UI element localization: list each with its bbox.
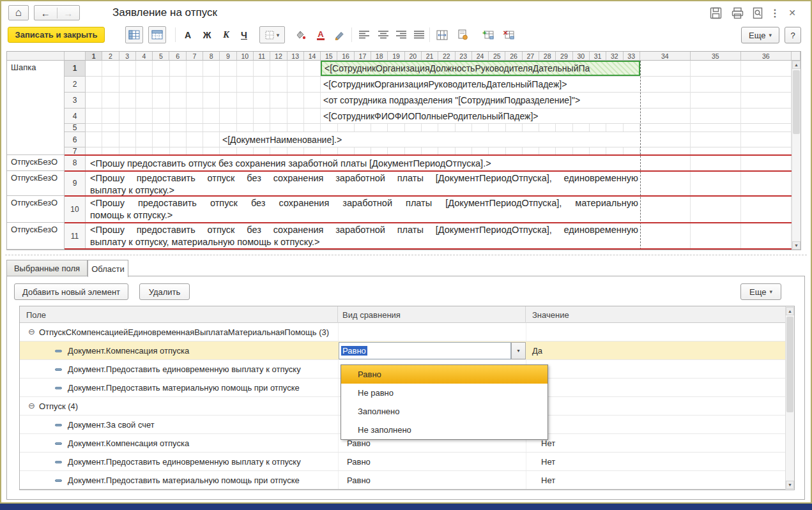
column-header[interactable]: 15 (321, 52, 337, 61)
italic-button[interactable]: К (217, 26, 235, 43)
column-header[interactable]: 14 (304, 52, 321, 61)
column-header[interactable]: 33 (624, 52, 640, 61)
region-label[interactable]: ОтпускБезО (7, 196, 65, 223)
column-header[interactable]: 32 (606, 52, 623, 61)
font-button[interactable]: А (179, 26, 197, 43)
show-grid-toggle[interactable] (148, 26, 166, 43)
close-icon[interactable]: ✕ (786, 6, 799, 20)
sheet-row-4[interactable]: <[СотрудникФИОФИОПолныеРодительныйПадеж]… (86, 109, 792, 124)
column-header[interactable]: 34 (640, 52, 691, 61)
home-button[interactable]: ⌂ (8, 5, 29, 20)
value-cell[interactable]: Нет (541, 457, 555, 467)
column-header[interactable]: 30 (573, 52, 590, 61)
bold-button[interactable]: Ж (198, 26, 216, 43)
template-cell[interactable]: <от сотрудника подразделения "[Сотрудник… (321, 93, 640, 108)
sheet-row-8[interactable]: <Прошу предоставить отпуск без сохранени… (86, 155, 792, 171)
tab-areas[interactable]: Области (88, 260, 128, 277)
group-row[interactable]: ⊖ ОтпускСКомпенсациейЕдиновременнаяВыпла… (20, 323, 785, 341)
template-cell[interactable]: <[СотрудникОрганизацияРуководительДатель… (321, 77, 640, 92)
row-number[interactable]: 4 (65, 109, 86, 124)
value-cell[interactable]: Нет (541, 476, 555, 485)
column-header[interactable]: 35 (691, 52, 741, 61)
template-cell[interactable]: <[ДокументНаименование].> (220, 132, 640, 147)
column-header[interactable]: 12 (270, 52, 287, 61)
forward-icon[interactable]: → (57, 8, 80, 19)
row-number[interactable]: 11 (65, 223, 86, 250)
column-header[interactable]: 24 (472, 52, 489, 61)
collapse-icon[interactable]: ⊖ (28, 327, 35, 336)
column-header[interactable]: 29 (556, 52, 572, 61)
panel-more-button[interactable]: Еще▾ (740, 283, 781, 300)
sheet-row-6[interactable]: <[ДокументНаименование].> (86, 132, 792, 147)
table-row-selected[interactable]: Документ.Компенсация отпуска Равно ▾ Да (20, 341, 785, 360)
column-header[interactable]: 11 (254, 52, 270, 61)
column-header[interactable]: 1 (86, 52, 102, 61)
column-header[interactable]: 23 (456, 52, 472, 61)
column-width-button[interactable] (433, 26, 451, 43)
tab-selected-fields[interactable]: Выбранные поля (6, 260, 88, 276)
row-number[interactable]: 5 (65, 124, 86, 132)
highlight-button[interactable] (331, 26, 349, 43)
column-header-compare[interactable]: Вид сравнения (338, 306, 526, 323)
scroll-thumb[interactable] (786, 317, 793, 412)
sheet-row-1[interactable]: <[СотрудникОрганизацияДолжностьРуководит… (86, 61, 792, 77)
scroll-up-icon[interactable]: ▲ (792, 61, 801, 69)
column-header[interactable]: 17 (355, 52, 371, 61)
row-number[interactable]: 9 (65, 171, 86, 196)
scroll-thumb[interactable] (793, 70, 800, 134)
column-header[interactable]: 25 (489, 52, 505, 61)
column-header[interactable]: 3 (119, 52, 136, 61)
template-cell[interactable]: <Прошу предоставить отпуск без сохранени… (86, 155, 640, 170)
template-cell[interactable]: <Прошу предоставить отпуск без сохранени… (86, 171, 640, 195)
column-header[interactable]: 18 (371, 52, 388, 61)
sheet-vertical-scrollbar[interactable]: ▲ ▼ (792, 61, 801, 250)
add-area-button[interactable]: + (479, 26, 497, 43)
save-and-close-button[interactable]: Записать и закрыть (8, 27, 105, 43)
align-justify-button[interactable] (410, 26, 428, 43)
column-header[interactable]: 36 (741, 52, 792, 61)
column-header[interactable]: 2 (102, 52, 119, 61)
column-header[interactable]: 27 (523, 52, 539, 61)
scroll-down-icon[interactable]: ▼ (786, 481, 794, 489)
compare-cell[interactable]: Равно (347, 439, 371, 448)
column-header[interactable]: 31 (590, 52, 606, 61)
value-cell[interactable]: Нет (541, 439, 555, 448)
column-header[interactable]: 7 (187, 52, 203, 61)
sheet-row-2[interactable]: <[СотрудникОрганизацияРуководительДатель… (86, 77, 792, 93)
column-header[interactable]: 5 (153, 52, 169, 61)
column-header[interactable]: 20 (405, 52, 422, 61)
delete-area-button[interactable]: ✕ (500, 26, 517, 43)
print-icon[interactable] (730, 6, 745, 20)
template-cell[interactable]: <[СотрудникФИОФИОПолныеРодительныйПадеж]… (321, 109, 640, 123)
column-header[interactable]: 22 (438, 52, 455, 61)
delete-button[interactable]: Удалить (139, 283, 190, 300)
spreadsheet-editor[interactable]: 1 2 3 4 5 6 7 8 9 10 11 12 13 14 15 16 1… (6, 51, 801, 250)
show-headers-toggle[interactable] (125, 26, 143, 43)
name-assign-button[interactable] (454, 26, 471, 43)
back-icon[interactable]: ← (34, 8, 57, 19)
text-color-button[interactable]: А (312, 26, 330, 43)
sheet-row-10[interactable]: <Прошу предоставить отпуск без сохранени… (86, 196, 792, 223)
region-label[interactable]: ОтпускБезО (7, 171, 65, 196)
column-header[interactable]: 16 (337, 52, 354, 61)
collapse-icon[interactable]: ⊖ (28, 401, 35, 410)
sheet-row-11[interactable]: <Прошу предоставить отпуск без сохранени… (86, 223, 792, 250)
scroll-up-icon[interactable]: ▲ (786, 307, 794, 315)
column-header[interactable]: 21 (422, 52, 438, 61)
column-header[interactable]: 6 (169, 52, 186, 61)
row-number[interactable]: 10 (65, 196, 86, 223)
row-number[interactable]: 2 (65, 77, 86, 93)
column-header[interactable]: 9 (220, 52, 236, 61)
print-preview-icon[interactable] (750, 6, 765, 20)
region-name-column[interactable]: Шапка ОтпускБезО ОтпускБезО ОтпускБезО О… (7, 61, 65, 250)
column-header-field[interactable]: Поле (20, 306, 338, 323)
compare-cell[interactable]: Равно (347, 457, 371, 467)
table-row[interactable]: Документ.Предоставить материальную помощ… (20, 471, 785, 490)
align-right-button[interactable] (392, 26, 410, 43)
table-row[interactable]: Документ.Предоставить единовременную вып… (20, 453, 785, 471)
compare-combo-input[interactable]: Равно (339, 342, 511, 359)
column-header[interactable]: 8 (203, 52, 220, 61)
save-icon[interactable] (708, 6, 723, 20)
underline-button[interactable]: Ч (235, 26, 253, 43)
history-nav-group[interactable]: ← → (34, 5, 80, 20)
